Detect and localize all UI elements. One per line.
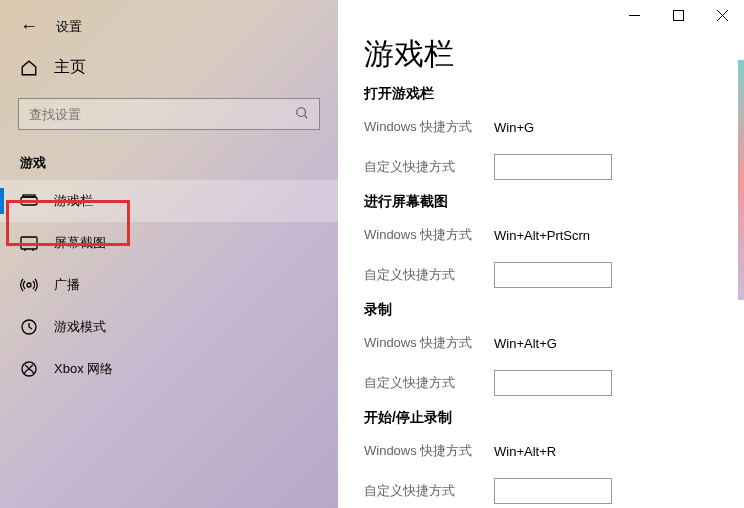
windows-shortcut-row: Windows 快捷方式Win+G [364,111,718,143]
shortcut-value: Win+Alt+PrtScrn [494,228,590,243]
custom-shortcut-row: 自定义快捷方式 [364,367,718,399]
main-panel: 游戏栏 打开游戏栏Windows 快捷方式Win+G自定义快捷方式进行屏幕截图W… [338,0,744,508]
shortcut-section: 开始/停止录制Windows 快捷方式Win+Alt+R自定义快捷方式 [364,409,718,507]
row-label: 自定义快捷方式 [364,374,494,392]
nav-item-xbox[interactable]: Xbox 网络 [0,348,338,390]
minimize-button[interactable] [612,0,656,30]
custom-shortcut-input[interactable] [494,478,612,504]
gamebar-icon [20,192,38,210]
svg-rect-1 [21,197,37,205]
windows-shortcut-row: Windows 快捷方式Win+Alt+G [364,327,718,359]
row-label: Windows 快捷方式 [364,226,494,244]
search-input[interactable] [29,107,295,122]
row-label: 自定义快捷方式 [364,482,494,500]
shortcut-value: Win+Alt+R [494,444,556,459]
section-heading: 录制 [364,301,718,319]
maximize-button[interactable] [656,0,700,30]
page-title: 游戏栏 [364,34,718,75]
close-button[interactable] [700,0,744,30]
shortcut-section: 录制Windows 快捷方式Win+Alt+G自定义快捷方式 [364,301,718,399]
nav-label: Xbox 网络 [54,360,113,378]
custom-shortcut-input[interactable] [494,370,612,396]
custom-shortcut-input[interactable] [494,262,612,288]
row-label: Windows 快捷方式 [364,334,494,352]
search-icon [295,106,309,123]
xbox-icon [20,360,38,378]
row-label: 自定义快捷方式 [364,266,494,284]
home-nav[interactable]: 主页 [0,47,338,88]
titlebar [338,0,744,30]
nav-label: 屏幕截图 [54,234,106,252]
windows-shortcut-row: Windows 快捷方式Win+Alt+PrtScrn [364,219,718,251]
nav-label: 游戏栏 [54,192,93,210]
custom-shortcut-input[interactable] [494,154,612,180]
settings-title: 设置 [56,18,82,36]
svg-point-0 [297,107,306,116]
capture-icon [20,234,38,252]
nav-label: 广播 [54,276,80,294]
broadcast-icon [20,276,38,294]
svg-point-4 [27,283,31,287]
nav-item-gamebar[interactable]: 游戏栏 [0,180,338,222]
row-label: Windows 快捷方式 [364,118,494,136]
row-label: 自定义快捷方式 [364,158,494,176]
content: 游戏栏 打开游戏栏Windows 快捷方式Win+G自定义快捷方式进行屏幕截图W… [338,30,744,508]
nav-label: 游戏模式 [54,318,106,336]
nav-list: 游戏栏屏幕截图广播游戏模式Xbox 网络 [0,180,338,390]
edge-accent [738,60,744,300]
nav-item-broadcast[interactable]: 广播 [0,264,338,306]
svg-rect-3 [21,237,37,249]
svg-rect-2 [23,195,35,197]
search-box[interactable] [18,98,320,130]
category-label: 游戏 [0,140,338,180]
custom-shortcut-row: 自定义快捷方式 [364,151,718,183]
home-label: 主页 [54,57,86,78]
section-heading: 打开游戏栏 [364,85,718,103]
row-label: Windows 快捷方式 [364,442,494,460]
back-button[interactable]: ← [20,16,38,37]
section-heading: 开始/停止录制 [364,409,718,427]
custom-shortcut-row: 自定义快捷方式 [364,259,718,291]
section-heading: 进行屏幕截图 [364,193,718,211]
home-icon [20,59,38,77]
svg-rect-7 [673,10,683,20]
shortcut-value: Win+G [494,120,534,135]
nav-item-capture[interactable]: 屏幕截图 [0,222,338,264]
sidebar: ← 设置 主页 游戏 游戏栏屏幕截图广播游戏模式Xbox 网络 [0,0,338,508]
shortcut-section: 进行屏幕截图Windows 快捷方式Win+Alt+PrtScrn自定义快捷方式 [364,193,718,291]
shortcut-section: 打开游戏栏Windows 快捷方式Win+G自定义快捷方式 [364,85,718,183]
windows-shortcut-row: Windows 快捷方式Win+Alt+R [364,435,718,467]
gamemode-icon [20,318,38,336]
nav-item-gamemode[interactable]: 游戏模式 [0,306,338,348]
sidebar-header: ← 设置 [0,0,338,47]
custom-shortcut-row: 自定义快捷方式 [364,475,718,507]
shortcut-value: Win+Alt+G [494,336,557,351]
